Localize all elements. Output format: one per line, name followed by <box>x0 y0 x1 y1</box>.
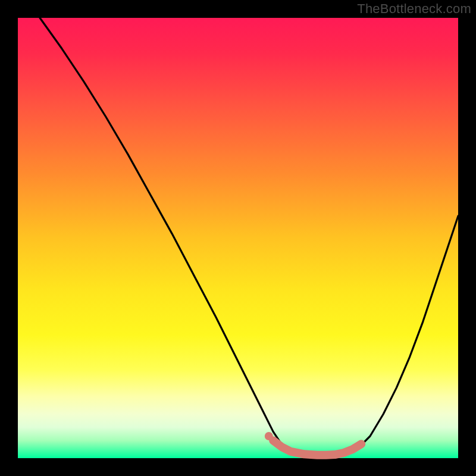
valley-dot <box>265 432 273 440</box>
chart-stage: TheBottleneck.com <box>0 0 476 476</box>
watermark-text: TheBottleneck.com <box>357 1 471 17</box>
gradient-panel <box>18 18 458 458</box>
bottleneck-chart <box>0 0 476 476</box>
